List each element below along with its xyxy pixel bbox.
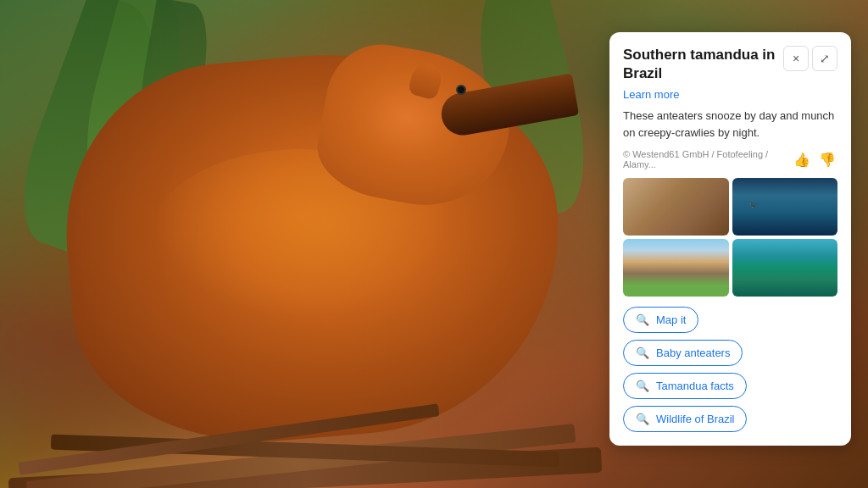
suggestion-chips: 🔍 Map it 🔍 Baby anteaters 🔍 Tamandua fac… <box>623 307 837 432</box>
panel-title: Southern tamandua in Brazil <box>623 46 776 83</box>
info-panel: Southern tamandua in Brazil × ⤢ Learn mo… <box>609 32 851 446</box>
thumbs-up-button[interactable]: 👍 <box>792 150 812 169</box>
panel-controls: × ⤢ <box>783 46 837 71</box>
learn-more-link[interactable]: Learn more <box>623 88 837 101</box>
related-images-grid <box>623 178 837 297</box>
credit-text: © Westend61 GmbH / Fotofeeling / Alamy..… <box>623 149 792 169</box>
chip-label: Baby anteaters <box>656 347 730 359</box>
chip-label: Tamandua facts <box>656 380 734 392</box>
panel-header: Southern tamandua in Brazil × ⤢ <box>623 46 837 83</box>
related-image-1[interactable] <box>623 178 729 236</box>
chip-wildlife-brazil[interactable]: 🔍 Wildlife of Brazil <box>623 406 747 432</box>
panel-description: These anteaters snooze by day and munch … <box>623 108 837 141</box>
chip-map-it[interactable]: 🔍 Map it <box>623 307 698 333</box>
feedback-buttons: 👍 👎 <box>792 150 837 169</box>
related-image-2[interactable] <box>732 178 838 236</box>
chip-label: Map it <box>656 313 686 326</box>
chip-tamandua-facts[interactable]: 🔍 Tamandua facts <box>623 373 747 399</box>
search-icon-3: 🔍 <box>636 380 649 392</box>
search-icon: 🔍 <box>636 313 649 326</box>
panel-credit: © Westend61 GmbH / Fotofeeling / Alamy..… <box>623 149 837 169</box>
chip-label: Wildlife of Brazil <box>656 413 734 425</box>
close-button[interactable]: × <box>783 46 809 71</box>
related-image-3[interactable] <box>623 239 729 297</box>
search-icon-2: 🔍 <box>636 347 649 359</box>
related-image-4[interactable] <box>732 239 838 297</box>
thumbs-down-button[interactable]: 👎 <box>817 150 837 169</box>
search-icon-4: 🔍 <box>636 413 649 425</box>
anteater-image <box>51 0 576 488</box>
expand-button[interactable]: ⤢ <box>812 46 837 71</box>
chip-baby-anteaters[interactable]: 🔍 Baby anteaters <box>623 340 743 366</box>
